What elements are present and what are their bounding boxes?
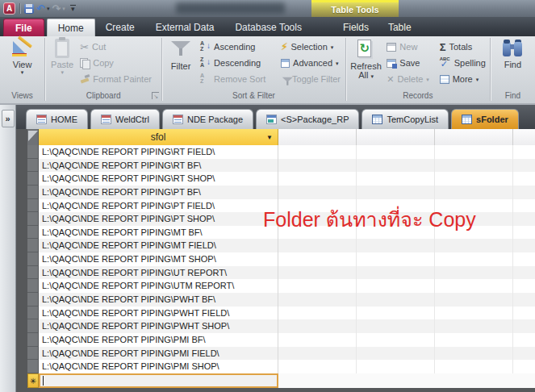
sfol-cell[interactable]: L:\QAQC\NDE REPORT PIPING\PWHT FIELD\	[39, 307, 278, 320]
record-selector[interactable]	[27, 159, 39, 173]
descending-button[interactable]: ZA↓ Descending	[198, 55, 278, 71]
record-selector[interactable]	[27, 279, 39, 293]
new-record-cell[interactable]	[39, 373, 278, 388]
filter-label: Filter	[171, 62, 190, 71]
sort-ascending-icon: AZ↓	[200, 41, 211, 52]
doc-tab-sfolder[interactable]: sFolder	[451, 109, 519, 129]
sfol-cell[interactable]: L:\QAQC\NDE REPORT PIPING\UT REPORT\	[39, 266, 278, 280]
row-filler	[278, 319, 535, 333]
copy-label: Copy	[93, 58, 114, 68]
row-filler	[278, 159, 535, 173]
remove-sort-label: Remove Sort	[214, 74, 265, 84]
sfol-cell[interactable]: L:\QAQC\NDE REPORT PIPING\PMI FIELD\	[39, 347, 278, 361]
table-tools-badge: Table Tools	[311, 0, 399, 17]
chevron-down-icon: ▾	[336, 60, 339, 66]
sfol-cell[interactable]: L:\QAQC\NDE REPORT PIPING\PT SHOP\	[39, 212, 278, 226]
record-selector[interactable]	[27, 226, 39, 240]
spelling-button[interactable]: ABC✓ Spelling	[437, 55, 488, 71]
tab-table[interactable]: Table	[378, 19, 421, 36]
sfol-cell[interactable]: L:\QAQC\NDE REPORT PIPING\RT SHOP\	[39, 172, 278, 186]
sfol-cell[interactable]: L:\QAQC\NDE REPORT PIPING\RT FIELD\	[39, 145, 278, 159]
navigation-pane-collapsed: »	[0, 105, 16, 392]
view-button[interactable]: View ▾	[4, 39, 41, 91]
more-button[interactable]: More ▾	[437, 71, 488, 87]
record-selector[interactable]	[27, 347, 39, 361]
tab-fields[interactable]: Fields	[333, 19, 378, 36]
record-selector[interactable]	[27, 333, 39, 347]
save-record-button[interactable]: Save	[384, 55, 437, 71]
selection-button[interactable]: ⚡ Selection ▾	[278, 39, 343, 55]
filter-button[interactable]: Filter	[164, 39, 198, 91]
doc-tab-nde-package[interactable]: NDE Package	[162, 109, 253, 129]
quick-access-toolbar: A ↶▾ ↷▾ ▾	[0, 0, 76, 17]
select-all-button[interactable]	[27, 129, 39, 145]
tab-external-data[interactable]: External Data	[145, 19, 225, 36]
new-record-selector[interactable]: ✳	[27, 373, 39, 388]
copy-button: Copy	[77, 55, 154, 71]
tab-database-tools[interactable]: Database Tools	[224, 19, 312, 36]
column-dropdown-icon[interactable]: ▼	[266, 134, 273, 141]
record-selector[interactable]	[27, 145, 39, 159]
doc-tab-temcopylist[interactable]: TemCopyList	[362, 109, 449, 129]
record-selector[interactable]	[27, 252, 39, 266]
group-find: Find Find	[491, 36, 535, 103]
record-selector[interactable]	[27, 293, 39, 307]
dialog-launcher-icon[interactable]: ↘	[152, 92, 159, 99]
tab-file[interactable]: File	[3, 19, 44, 36]
sfol-cell[interactable]: L:\QAQC\NDE REPORT PIPING\PT BF\	[39, 186, 278, 199]
sfol-cell[interactable]: L:\QAQC\NDE REPORT PIPING\MT SHOP\	[39, 252, 278, 266]
ascending-button[interactable]: AZ↓ Ascending	[198, 39, 278, 55]
annotation-text: Folder ต้นทางที่จะ Copy	[263, 207, 476, 231]
sfol-cell[interactable]: L:\QAQC\NDE REPORT PIPING\UTM REPORT\	[39, 279, 278, 293]
undo-dropdown-icon[interactable]: ▾	[47, 6, 50, 12]
nav-shutter-open-icon[interactable]: »	[2, 110, 15, 127]
sfol-cell[interactable]: L:\QAQC\NDE REPORT PIPING\MT BF\	[39, 226, 278, 240]
doc-tab-s-package-rp[interactable]: <S>Package_RP	[256, 109, 359, 129]
remove-sort-button: AZ Remove Sort	[198, 71, 278, 87]
paste-button: Paste ▾	[47, 39, 77, 91]
record-selector[interactable]	[27, 319, 39, 333]
totals-button[interactable]: Σ Totals	[437, 39, 488, 55]
column-header-sfol[interactable]: sfol ▼	[39, 129, 278, 145]
sfol-cell[interactable]: L:\QAQC\NDE REPORT PIPING\MT FIELD\	[39, 239, 278, 252]
doc-tab-home[interactable]: HOME	[26, 109, 88, 129]
tab-home[interactable]: Home	[47, 19, 95, 36]
undo-icon[interactable]: ↶	[36, 3, 45, 14]
find-button[interactable]: Find	[494, 39, 531, 91]
advanced-filter-icon	[281, 59, 290, 68]
record-selector[interactable]	[27, 239, 39, 252]
sfol-cell[interactable]: L:\QAQC\NDE REPORT PIPING\PT FIELD\	[39, 199, 278, 213]
new-record-icon	[387, 43, 396, 52]
redo-dropdown-icon: ▾	[62, 6, 65, 12]
save-icon[interactable]	[24, 4, 34, 14]
record-selector[interactable]	[27, 199, 39, 213]
sfol-cell[interactable]: L:\QAQC\NDE REPORT PIPING\PWHT BF\	[39, 293, 278, 307]
customize-qat-icon[interactable]: ▾	[70, 5, 76, 11]
table-row: L:\QAQC\NDE REPORT PIPING\PMI SHOP\	[27, 360, 535, 373]
clipboard-label: Clipboard	[86, 91, 121, 100]
sfol-cell[interactable]: L:\QAQC\NDE REPORT PIPING\RT BF\	[39, 159, 278, 173]
cut-icon: ✂	[80, 41, 89, 53]
delete-label: Delete	[398, 74, 424, 84]
sfol-cell[interactable]: L:\QAQC\NDE REPORT PIPING\PMI BF\	[39, 333, 278, 347]
table-row: L:\QAQC\NDE REPORT PIPING\UTM REPORT\	[27, 279, 535, 293]
sfol-cell[interactable]: L:\QAQC\NDE REPORT PIPING\PMI SHOP\	[39, 360, 278, 373]
datasheet-header-row: sfol ▼	[27, 129, 535, 145]
access-logo-icon: A	[3, 2, 15, 15]
refresh-all-button[interactable]: ↻ Refresh All ▾	[348, 39, 385, 91]
record-selector[interactable]	[27, 186, 39, 199]
chevron-down-icon: ▾	[331, 44, 334, 50]
record-selector[interactable]	[27, 172, 39, 186]
advanced-button[interactable]: Advanced ▾	[278, 55, 343, 71]
doc-tab-weldctrl[interactable]: WeldCtrl	[90, 109, 160, 129]
record-selector[interactable]	[27, 360, 39, 373]
row-filler	[278, 145, 535, 159]
record-selector[interactable]	[27, 212, 39, 226]
title-bar: A ↶▾ ↷▾ ▾ Table Tools	[0, 0, 535, 17]
tab-create[interactable]: Create	[95, 19, 145, 36]
record-selector[interactable]	[27, 307, 39, 320]
record-selector[interactable]	[27, 266, 39, 280]
sfol-cell[interactable]: L:\QAQC\NDE REPORT PIPING\PWHT SHOP\	[39, 319, 278, 333]
sigma-icon: Σ	[440, 41, 446, 53]
ribbon: View ▾ Views Paste ▾ ✂ Cut Copy	[0, 36, 535, 105]
